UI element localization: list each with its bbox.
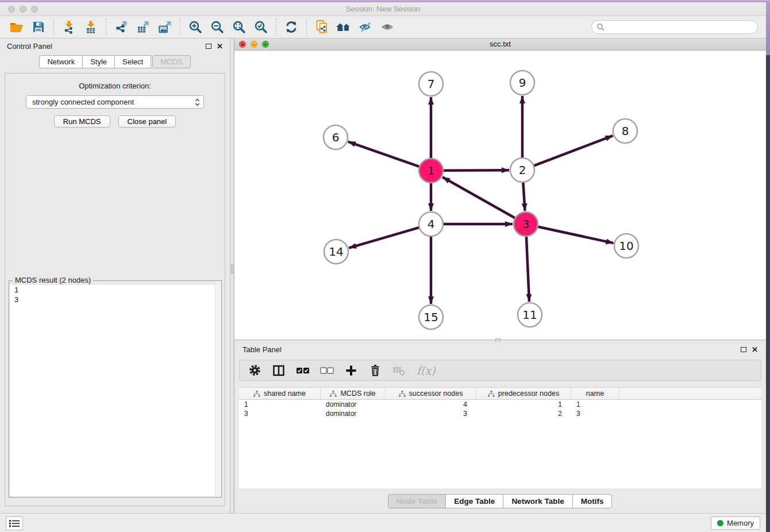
edge-1-2[interactable] [443, 170, 509, 171]
table-body: 1dominator4113dominator323 [239, 400, 761, 418]
control-panel-title: Control Panel [7, 42, 52, 51]
delete-column-icon[interactable] [368, 363, 382, 378]
list-icon [9, 519, 20, 527]
search-icon [596, 23, 605, 32]
zoom-fit-icon[interactable] [228, 18, 250, 36]
home-view-icon[interactable] [333, 18, 355, 36]
hierarchy-icon [330, 391, 337, 397]
cell-name[interactable]: 1 [571, 400, 619, 408]
table-row[interactable]: 3dominator323 [239, 409, 761, 418]
tab-select[interactable]: Select [114, 55, 151, 68]
export-table-icon[interactable] [132, 18, 154, 36]
tab-node-table[interactable]: Node Table [388, 494, 446, 508]
tab-network[interactable]: Network [39, 55, 83, 68]
cell-MCDS-role[interactable]: dominator [321, 410, 386, 418]
export-network-icon[interactable] [110, 18, 132, 36]
clone-network-icon[interactable] [311, 18, 333, 36]
cell-successor-nodes[interactable]: 4 [386, 400, 476, 408]
column-header-predecessor-nodes[interactable]: predecessor nodes [476, 388, 571, 399]
cell-predecessor-nodes[interactable]: 2 [476, 410, 571, 418]
show-all-icon[interactable] [376, 18, 398, 36]
toolbar-separator [276, 18, 276, 36]
select-stepper-icon [195, 98, 200, 107]
search-field[interactable] [591, 20, 758, 34]
open-session-icon[interactable] [6, 18, 28, 36]
tab-edge-table[interactable]: Edge Table [445, 494, 503, 508]
hide-selected-icon[interactable] [355, 18, 376, 36]
zoom-out-icon[interactable] [206, 18, 228, 36]
refresh-icon[interactable] [280, 18, 302, 36]
node-label-7: 7 [428, 77, 435, 91]
task-history-button[interactable] [6, 516, 23, 530]
table-header-row: shared nameMCDS rolesuccessor nodesprede… [239, 387, 761, 400]
titlebar: Session: New Session [0, 2, 766, 16]
column-header-name[interactable]: name [571, 388, 619, 399]
optimization-criterion-select[interactable]: strongly connected component [26, 95, 204, 109]
import-table-icon[interactable] [80, 18, 102, 36]
run-mcds-button[interactable]: Run MCDS [54, 115, 110, 128]
tab-style[interactable]: Style [82, 55, 115, 68]
column-header-MCDS-role[interactable]: MCDS role [321, 388, 386, 399]
tab-network-table[interactable]: Network Table [503, 494, 572, 508]
toolbar-separator [53, 18, 54, 36]
hide-all-columns-icon[interactable] [320, 363, 334, 378]
float-table-panel-icon[interactable] [741, 347, 746, 352]
cell-shared-name[interactable]: 3 [239, 410, 321, 418]
cell-MCDS-role[interactable]: dominator [321, 400, 386, 408]
tab-mcds[interactable]: MCDS [152, 55, 190, 68]
column-header-shared-name[interactable]: shared name [239, 388, 321, 399]
column-header-successor-nodes[interactable]: successor nodes [386, 388, 476, 399]
memory-button[interactable]: Memory [711, 516, 760, 530]
edge-2-3[interactable] [523, 182, 525, 211]
hierarchy-icon [253, 391, 260, 397]
result-item[interactable]: 1 [10, 285, 221, 295]
cell-successor-nodes[interactable]: 3 [386, 410, 476, 418]
column-label: MCDS role [340, 390, 375, 398]
mcds-result-list[interactable]: 13 [10, 285, 221, 496]
tab-motifs[interactable]: Motifs [572, 494, 613, 508]
cell-predecessor-nodes[interactable]: 1 [476, 400, 571, 408]
result-item[interactable]: 3 [10, 295, 221, 304]
table-row[interactable]: 1dominator411 [239, 400, 761, 409]
node-label-9: 9 [519, 76, 526, 90]
columns-icon[interactable] [272, 363, 286, 378]
edge-2-8[interactable] [534, 136, 613, 165]
edge-3-1[interactable] [442, 177, 515, 218]
hierarchy-icon [488, 391, 495, 397]
node-label-10: 10 [619, 239, 633, 253]
close-panel-button[interactable]: Close panel [118, 115, 176, 128]
close-table-panel-icon[interactable]: ✕ [752, 347, 758, 353]
add-column-icon[interactable] [344, 363, 358, 378]
save-session-icon[interactable] [28, 18, 49, 36]
import-network-icon[interactable] [58, 18, 80, 36]
edge-3-10[interactable] [538, 226, 614, 243]
cell-shared-name[interactable]: 1 [239, 400, 321, 408]
edge-4-14[interactable] [349, 228, 419, 248]
toolbar-separator [180, 18, 180, 36]
cell-name[interactable]: 3 [571, 410, 619, 418]
network-canvas[interactable]: 7968124314101511 [234, 51, 766, 340]
memory-label: Memory [727, 519, 754, 527]
app-title: Session: New Session [0, 5, 766, 13]
edge-1-6[interactable] [348, 142, 419, 167]
application-window: Session: New Session [0, 0, 770, 532]
float-panel-icon[interactable] [206, 44, 211, 49]
show-all-columns-icon[interactable] [296, 363, 310, 378]
zoom-in-icon[interactable] [184, 18, 206, 36]
edge-3-11[interactable] [526, 236, 529, 302]
splitter-grip[interactable] [231, 264, 233, 273]
result-scrollbar[interactable] [215, 281, 221, 497]
node-label-1: 1 [428, 164, 435, 178]
export-image-icon[interactable] [154, 18, 176, 36]
close-panel-icon[interactable]: ✕ [217, 44, 223, 49]
settings-gear-icon[interactable] [248, 363, 261, 378]
search-input[interactable] [605, 23, 757, 32]
control-panel-tabs: NetworkStyleSelectMCDS [0, 55, 230, 68]
node-label-2: 2 [519, 163, 526, 177]
network-graph[interactable]: 7968124314101511 [234, 51, 766, 340]
column-label: successor nodes [409, 390, 463, 398]
table-toolbar: f(x) [239, 360, 761, 381]
zoom-selected-icon[interactable] [250, 18, 272, 36]
panel-splitter[interactable] [230, 38, 234, 513]
table-panel-title: Table Panel [242, 345, 282, 354]
